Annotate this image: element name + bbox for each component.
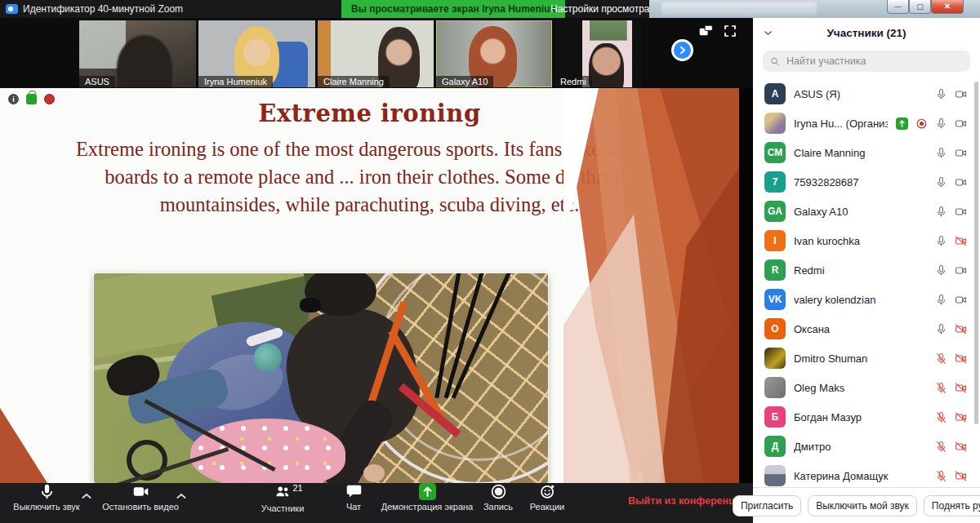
video-tile-redmi[interactable]: Redmi	[555, 20, 641, 87]
participant-status-icons	[935, 411, 967, 423]
mic-icon	[935, 264, 947, 277]
participant-row[interactable]: ББогдан Мазур	[753, 402, 975, 432]
camera-off-icon	[955, 441, 967, 453]
reactions-button[interactable]: Реакции	[523, 483, 572, 512]
reactions-icon	[539, 483, 556, 500]
video-tile-name: Claire Manning	[318, 76, 390, 87]
participants-count-badge: 21	[293, 483, 303, 493]
participant-row[interactable]: ДДмитро	[753, 432, 975, 461]
participant-avatar	[764, 113, 786, 134]
participant-status-icons	[935, 294, 967, 306]
camera-icon	[955, 176, 967, 188]
slide-corner-accent	[0, 408, 47, 483]
mic-icon	[935, 147, 947, 159]
camera-off-icon	[955, 352, 967, 365]
record-icon	[490, 483, 507, 500]
participant-row[interactable]: GAGalaxy A10	[753, 197, 975, 226]
participant-row[interactable]: Oleg Maks	[753, 373, 975, 402]
participant-status-icons	[896, 117, 967, 130]
mute-options-chevron[interactable]	[80, 490, 93, 503]
microphone-icon	[38, 483, 56, 500]
camera-icon	[955, 264, 967, 277]
video-tile-name: ASUS	[79, 76, 115, 87]
invite-button[interactable]: Пригласить	[733, 495, 801, 516]
chevron-right-icon	[677, 45, 688, 55]
mic-icon	[935, 323, 947, 335]
participant-row[interactable]: RRedmi	[753, 255, 975, 285]
participant-name: ASUS (Я)	[794, 88, 927, 100]
participant-status-icons	[935, 176, 967, 188]
participant-avatar: CM	[764, 142, 786, 163]
participant-avatar: GA	[764, 201, 786, 222]
info-icon[interactable]: i	[8, 94, 19, 104]
participant-status-icons	[935, 235, 967, 247]
camera-icon	[955, 88, 967, 100]
video-tile-name: Iryna Humeniuk	[198, 76, 273, 87]
close-button[interactable]: ✕	[931, 0, 964, 14]
mic-icon	[935, 206, 947, 218]
participant-row[interactable]: CMClaire Manning	[753, 138, 975, 167]
participant-row[interactable]: Iryna Hu... (Организатор)	[753, 109, 975, 138]
participant-avatar: VK	[764, 289, 786, 310]
raise-hand-button[interactable]: Поднять руку	[924, 495, 980, 516]
mic-icon	[935, 88, 947, 100]
mute-button[interactable]: Выключить звук	[2, 483, 91, 512]
participant-avatar: I	[764, 230, 786, 251]
participant-status-icons	[935, 323, 967, 335]
participant-row[interactable]: VKvalery kolendzian	[753, 285, 975, 314]
participant-name: Катерина Домащук	[794, 470, 927, 482]
video-tile-galaxy[interactable]: Galaxy A10	[436, 20, 552, 87]
video-options-chevron[interactable]	[175, 490, 188, 503]
share-screen-button[interactable]: Демонстрация экрана	[377, 483, 477, 512]
stop-video-button[interactable]: Остановить видео	[95, 483, 186, 512]
video-tile-asus[interactable]: ASUS	[79, 20, 196, 87]
camera-icon	[955, 206, 967, 218]
record-button[interactable]: Запись	[474, 483, 523, 512]
next-videos-button[interactable]	[671, 39, 693, 61]
recording-dot-icon	[44, 94, 55, 104]
participant-status-icons	[935, 382, 967, 394]
slide-decoration	[564, 88, 739, 483]
camera-icon	[955, 294, 967, 306]
window-controls: — ▢ ✕	[887, 0, 964, 14]
participant-row[interactable]: AASUS (Я)	[753, 79, 975, 109]
participant-row[interactable]: ООксана	[753, 314, 975, 343]
shared-screen-slide: i Extreme ironing Extreme ironing is one…	[0, 88, 739, 483]
participant-row[interactable]: 775932828687	[753, 167, 975, 197]
participants-panel-title: Участники (21)	[826, 27, 906, 39]
camera-icon	[955, 117, 967, 130]
iron	[254, 343, 282, 371]
participants-button[interactable]: 21 Участники	[245, 483, 320, 513]
participant-row[interactable]: Катерина Домащук	[753, 461, 975, 490]
camera-off-icon	[955, 411, 967, 423]
zoom-app-window: Идентификатор 40-минутной Zoom Вы просма…	[0, 0, 980, 523]
paramotor-ironing-photo	[94, 273, 548, 483]
restore-button[interactable]: ▢	[909, 0, 931, 14]
participant-avatar: R	[764, 259, 786, 281]
viewing-banner: Вы просматриваете экран Iryna Humeniuk	[341, 0, 565, 18]
participant-name: Ivan kurochka	[794, 235, 927, 247]
participant-avatar: Б	[764, 406, 786, 428]
mic-icon	[935, 117, 947, 130]
chat-button[interactable]: Чат	[328, 483, 379, 512]
participant-name: Redmi	[794, 264, 927, 277]
panel-scrollbar[interactable]	[974, 82, 978, 424]
chat-icon	[345, 483, 363, 500]
video-tile-claire[interactable]: Claire Manning	[318, 20, 434, 87]
mic-muted-icon	[935, 352, 947, 365]
participant-row[interactable]: IIvan kurochka	[753, 226, 975, 255]
mute-me-button[interactable]: Выключить мой звук	[808, 495, 917, 516]
participant-row[interactable]: Dmitro Shuman	[753, 343, 975, 373]
participant-avatar: 7	[764, 171, 786, 193]
participant-search[interactable]	[763, 51, 970, 72]
video-tile-name: Galaxy A10	[436, 76, 493, 87]
participant-status-icons	[935, 352, 967, 365]
lock-icon	[26, 94, 37, 104]
minimize-button[interactable]: —	[887, 0, 909, 14]
gallery-view-icon[interactable]	[699, 24, 713, 37]
panel-collapse-chevron[interactable]	[763, 28, 773, 38]
video-tile-iryna[interactable]: Iryna Humeniuk	[198, 20, 315, 87]
participant-avatar	[764, 377, 786, 398]
fullscreen-icon[interactable]	[724, 24, 737, 38]
search-input[interactable]	[785, 55, 963, 68]
